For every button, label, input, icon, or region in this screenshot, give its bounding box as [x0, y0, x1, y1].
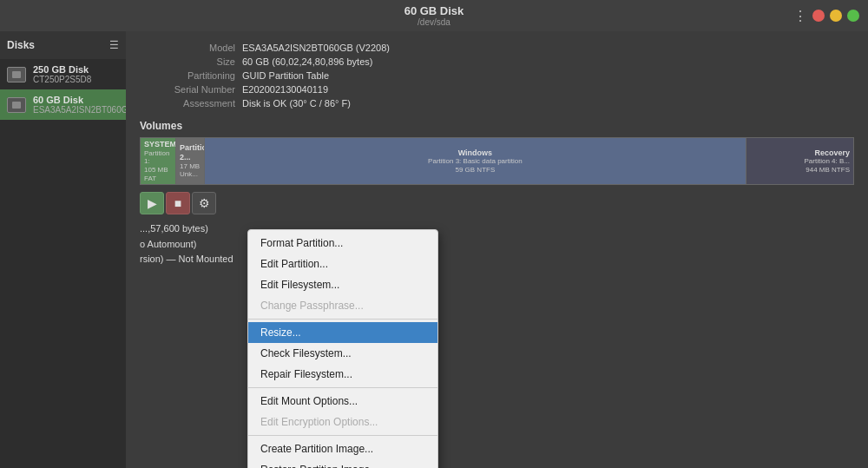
partition-recovery[interactable]: Recovery Partition 4: B... 944 MB NTFS	[746, 138, 853, 184]
menu-item-check-filesystem-[interactable]: Check Filesystem...	[248, 343, 437, 364]
partition-system-sub2: 105 MB FAT	[144, 166, 172, 182]
menu-item-restore-partition-image-[interactable]: Restore Partition Image...	[248, 459, 437, 468]
partition-windows-sub1: Partition 3: Basic data partition	[208, 157, 742, 166]
close-button[interactable]	[812, 10, 825, 22]
content-area: Model ESA3A5A2ISN2BT060GB (V2208) Size 6…	[126, 31, 868, 468]
partition-recovery-name: Recovery	[814, 148, 850, 158]
stop-icon: ■	[174, 196, 181, 210]
menu-item-resize-[interactable]: Resize...	[248, 322, 437, 343]
more-options-icon[interactable]: ⋮	[793, 8, 807, 24]
partition-windows-sub2: 59 GB NTFS	[208, 166, 742, 175]
menu-separator	[248, 319, 437, 320]
disk-icon-250gb	[7, 67, 26, 82]
sidebar-item-250gb-model: CT250P2S5D8	[33, 75, 91, 84]
menu-item-edit-filesystem-[interactable]: Edit Filesystem...	[248, 274, 437, 295]
partition-bar: SYSTEM Partition 1: 105 MB FAT Partition…	[140, 137, 854, 185]
sidebar-item-60gb[interactable]: 60 GB Disk ESA3A5A2ISN2BT060GB	[0, 89, 126, 120]
menu-item-change-passphrase-: Change Passphrase...	[248, 295, 437, 316]
menu-separator	[248, 387, 437, 388]
partition-2-name: Partition 2...	[180, 143, 201, 162]
menu-item-create-partition-image-[interactable]: Create Partition Image...	[248, 438, 437, 459]
main-content: Disks ☰ 250 GB Disk CT250P2S5D8 60 GB Di…	[0, 31, 868, 468]
sidebar-item-60gb-model: ESA3A5A2ISN2BT060GB	[33, 105, 134, 115]
partition-system-name: SYSTEM	[144, 140, 172, 149]
assessment-value: Disk is OK (30° C / 86° F)	[242, 97, 854, 109]
menu-item-format-partition-[interactable]: Format Partition...	[248, 233, 437, 254]
partition-2[interactable]: Partition 2... 17 MB Unk...	[176, 138, 205, 184]
model-value: ESA3A5A2ISN2BT060GB (V2208)	[242, 42, 854, 54]
partition-windows-name: Windows	[208, 148, 742, 158]
partition-toolbar: ▶ ■ ⚙	[140, 192, 854, 214]
titlebar-sub-title: /dev/sda	[418, 17, 450, 27]
menu-item-edit-partition-[interactable]: Edit Partition...	[248, 254, 437, 274]
partition-windows[interactable]: Windows Partition 3: Basic data partitio…	[205, 138, 746, 184]
settings-button[interactable]: ⚙	[192, 192, 216, 214]
serial-label: Serial Number	[140, 83, 235, 96]
partition-recovery-sub1: Partition 4: B...	[805, 157, 850, 166]
size-label: Size	[140, 56, 235, 68]
sidebar-item-250gb-name: 250 GB Disk	[33, 64, 91, 75]
titlebar-main-title: 60 GB Disk	[404, 4, 464, 17]
minimize-button[interactable]	[830, 10, 842, 22]
model-label: Model	[140, 42, 235, 54]
sidebar-title: Disks	[7, 39, 35, 51]
sidebar-header: Disks ☰	[0, 31, 126, 59]
partitioning-label: Partitioning	[140, 69, 235, 82]
sidebar-item-250gb[interactable]: 250 GB Disk CT250P2S5D8	[0, 59, 126, 89]
assessment-label: Assessment	[140, 97, 235, 109]
sidebar: Disks ☰ 250 GB Disk CT250P2S5D8 60 GB Di…	[0, 31, 126, 468]
menu-item-edit-mount-options-[interactable]: Edit Mount Options...	[248, 391, 437, 412]
play-icon: ▶	[148, 196, 157, 210]
serial-value: E202002130040119	[242, 83, 854, 96]
partition-system-sub1: Partition 1:	[144, 149, 172, 166]
size-value: 60 GB (60,02,24,80,896 bytes)	[242, 56, 854, 68]
maximize-button[interactable]	[847, 10, 859, 22]
menu-separator	[248, 435, 437, 436]
mount-button[interactable]: ▶	[140, 192, 164, 214]
partitioning-value: GUID Partition Table	[242, 69, 854, 82]
disk-info-table: Model ESA3A5A2ISN2BT060GB (V2208) Size 6…	[140, 42, 854, 109]
partition-system[interactable]: SYSTEM Partition 1: 105 MB FAT	[141, 138, 176, 184]
sidebar-item-60gb-name: 60 GB Disk	[33, 95, 134, 105]
context-menu: Format Partition...Edit Partition...Edit…	[247, 229, 438, 468]
volumes-label: Volumes	[140, 120, 854, 132]
unmount-button[interactable]: ■	[166, 192, 190, 214]
partition-recovery-sub2: 944 MB NTFS	[806, 166, 850, 175]
partition-2-sub1: 17 MB Unk...	[180, 162, 201, 179]
titlebar: 60 GB Disk /dev/sda ⋮	[0, 0, 868, 31]
titlebar-controls: ⋮	[793, 8, 859, 24]
menu-item-repair-filesystem-[interactable]: Repair Filesystem...	[248, 364, 437, 385]
titlebar-title: 60 GB Disk /dev/sda	[404, 4, 464, 27]
disk-icon-60gb	[7, 97, 26, 113]
settings-icon: ⚙	[199, 196, 210, 210]
menu-item-edit-encryption-options-: Edit Encryption Options...	[248, 412, 437, 432]
sidebar-menu-icon[interactable]: ☰	[109, 39, 119, 51]
